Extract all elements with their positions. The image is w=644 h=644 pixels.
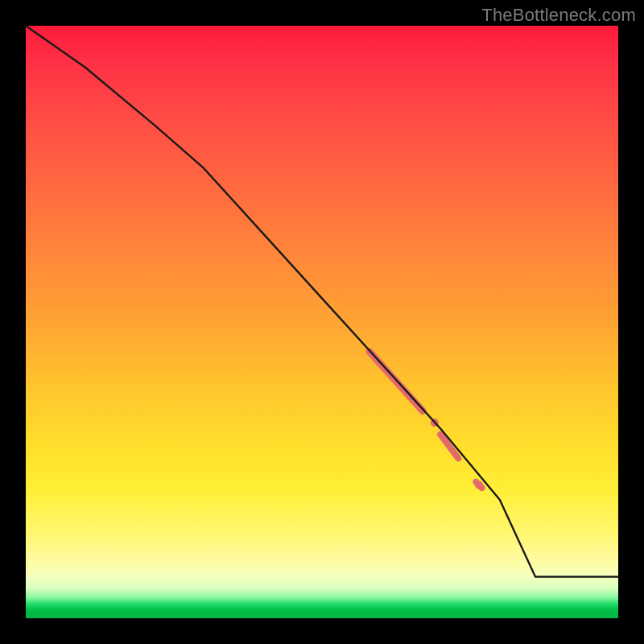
chart-stage: TheBottleneck.com bbox=[0, 0, 644, 644]
plot-area bbox=[26, 26, 618, 618]
chart-svg bbox=[26, 26, 618, 618]
watermark-text: TheBottleneck.com bbox=[481, 5, 636, 26]
highlight-dot bbox=[475, 481, 483, 489]
highlight-layer bbox=[369, 352, 483, 489]
curve-path bbox=[26, 26, 618, 577]
